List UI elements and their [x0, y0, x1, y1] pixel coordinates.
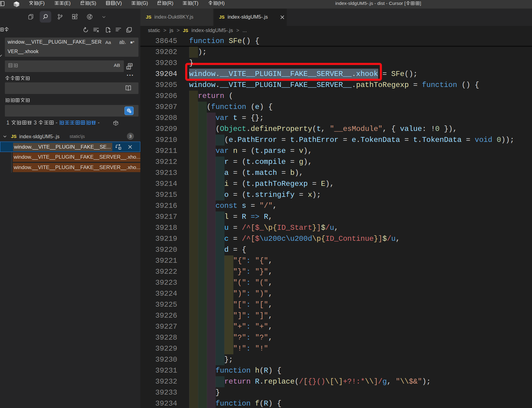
svg-text:ab: ab [129, 63, 131, 66]
svg-text:ac: ac [127, 67, 130, 69]
svg-text:c: c [119, 147, 120, 150]
